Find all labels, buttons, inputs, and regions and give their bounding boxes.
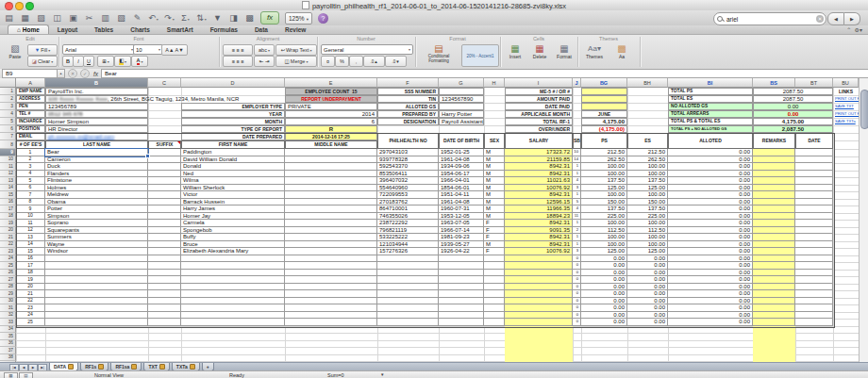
table-row-cell[interactable]: 22 [16,298,45,305]
table-row-cell[interactable] [148,234,181,241]
cell-styles-gallery[interactable]: 20% - Accent1 [461,44,499,67]
search-next-button[interactable]: ▶ [844,12,860,25]
table-row-cell[interactable]: Donald [181,163,285,171]
cell-BS2[interactable]: 2087.50 [753,95,833,103]
clear-button[interactable]: ◪Clear▾ [27,56,58,67]
table-row-cell[interactable]: 121034944 [377,241,439,249]
orientation-button[interactable]: abc▾ [254,44,275,56]
cell-B7[interactable]: ph.xxxxxxx.xx@xmail.com [45,133,148,140]
table-row-cell[interactable] [795,199,833,206]
table-row-cell[interactable] [45,290,148,298]
table-row-cell[interactable] [795,185,833,192]
table-header-suffix[interactable]: SUFFIX [148,140,181,149]
paste-icon[interactable]: ▧ [114,12,128,25]
table-row-cell[interactable]: 746355026 [377,213,439,221]
table-row-cell[interactable]: 0.00 [668,276,753,284]
table-row-cell[interactable] [181,270,285,277]
table-row-cell[interactable] [505,290,573,298]
table-row-cell[interactable]: 0 [573,298,581,305]
table-row-cell[interactable] [753,171,795,178]
table-row-cell[interactable]: 100.00 [627,241,668,249]
insert-cells-button[interactable]: ▦ Insert [504,43,526,59]
table-row-cell[interactable] [439,319,484,326]
table-row-cell[interactable] [753,205,795,213]
table-row-cell[interactable]: 1926-04-22 [439,248,484,255]
row-header-34[interactable]: 34 [0,326,16,334]
table-row-cell[interactable] [148,205,181,213]
name-box[interactable]: B9 [2,69,58,78]
table-row-cell[interactable] [181,319,285,326]
table-row-cell[interactable] [753,177,795,185]
cell-D3[interactable]: EMPLOYER TYPE [181,103,285,110]
table-row-cell[interactable] [148,199,181,206]
column-header-BT[interactable]: BT [795,78,833,88]
table-row-cell[interactable]: 0.00 [668,156,753,164]
table-row-cell[interactable] [148,312,181,320]
column-header-BH[interactable]: BH [627,78,668,88]
table-row-cell[interactable]: 157276326 [377,248,439,255]
table-row-cell[interactable] [795,163,833,171]
table-row-cell[interactable] [285,185,377,192]
cell-BI3[interactable]: NO ALLOTED GS [668,103,753,110]
tab-data[interactable]: Data [246,25,276,34]
table-row-cell[interactable]: 212.50 [627,149,668,156]
delete-cells-button[interactable]: ▦ Delete [528,43,551,59]
filter-icon[interactable]: ▼ [210,12,225,25]
table-row-cell[interactable]: 0 [573,276,581,284]
table-row-cell[interactable]: 112.50 [627,227,668,235]
table-row-cell[interactable] [795,304,833,312]
cell-A6[interactable]: POSITION [16,125,45,133]
table-row-cell[interactable]: 0 [573,290,581,298]
cell-D4[interactable]: YEAR [181,110,285,118]
tab-review[interactable]: Review [276,25,314,34]
cell-I5[interactable]: TOTAL RF-1 [505,118,573,125]
table-row-cell[interactable] [753,270,795,277]
cell-BS6[interactable]: 2,087.50 [753,125,833,133]
table-row-cell[interactable]: 0.00 [668,220,753,227]
table-row-cell[interactable]: 238722292 [377,220,439,227]
table-row-cell[interactable]: 0.00 [668,241,753,249]
table-row-cell[interactable] [753,255,795,263]
table-row-cell[interactable]: Bruce [181,241,285,249]
cancel-entry-icon[interactable]: ✕ [68,69,77,78]
table-row-cell[interactable]: 225.00 [581,213,627,221]
table-row-cell[interactable] [285,319,377,326]
column-header-C[interactable]: C [148,78,181,88]
table-row-cell[interactable] [285,262,377,270]
fill-color-button[interactable]: ◧▾ [114,56,131,67]
table-row-cell[interactable] [148,191,181,199]
table-row-cell[interactable] [377,255,439,263]
table-row-cell[interactable]: M [484,163,505,171]
tab-home[interactable]: ⌂ Home [8,25,49,34]
cell-D5[interactable]: MONTH [181,118,285,125]
cell-BG3[interactable] [581,103,627,110]
help-button[interactable]: ? [318,13,328,24]
table-row-cell[interactable]: 1 [573,171,581,178]
table-row-cell[interactable] [753,191,795,199]
table-row-cell[interactable]: 11 [573,213,581,221]
cell-BG1[interactable] [581,88,627,95]
table-row-cell[interactable] [753,248,795,255]
table-row-cell[interactable]: 100.00 [627,234,668,241]
table-row-cell[interactable] [148,304,181,312]
row-header-17[interactable]: 17 [0,205,16,213]
number-format-select[interactable]: General▾ [321,44,413,55]
row-header-13[interactable]: 13 [0,177,16,185]
table-row-cell[interactable]: 1966-04-01 [439,177,484,185]
sum-menu-caret[interactable]: ▼ [380,372,384,377]
cell-BU5[interactable]: SAVE TXTa [833,118,859,125]
table-row-cell[interactable]: M [484,177,505,185]
table-row-cell[interactable] [285,276,377,284]
tab-tables[interactable]: Tables [86,25,122,34]
table-row-cell[interactable] [181,298,285,305]
table-row-cell[interactable]: Simpson [45,213,148,221]
cell-BS3[interactable]: 0.00 [753,103,833,110]
table-row-cell[interactable] [181,312,285,320]
table-row-cell[interactable] [484,298,505,305]
table-row-cell[interactable]: 17323.72 [505,149,573,156]
table-row-cell[interactable]: 150.00 [581,199,627,206]
table-row-cell[interactable]: 13 [16,234,45,241]
cell-E7[interactable]: 2014-12-16 17:25 [285,133,377,140]
table-row-cell[interactable] [285,304,377,312]
table-row-cell[interactable] [505,304,573,312]
